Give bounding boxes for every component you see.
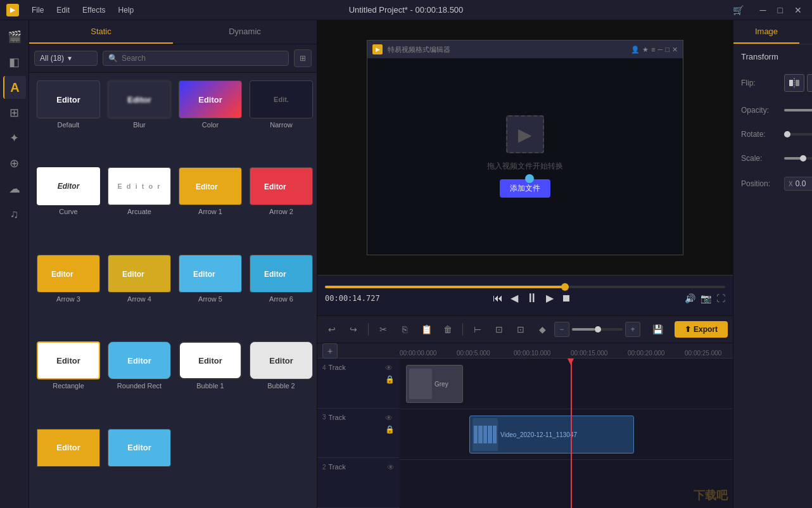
preset-arrow3[interactable]: Editor Arrow 3 <box>34 252 103 336</box>
close-button[interactable]: ✕ <box>790 4 806 16</box>
flip-h-button[interactable] <box>784 74 804 92</box>
iconbar-audio[interactable]: ♫ <box>3 203 26 225</box>
preset-curve[interactable]: Editor Curve <box>34 165 103 249</box>
copy-button[interactable]: ⎘ <box>395 320 414 339</box>
flip-v-button[interactable] <box>807 74 812 92</box>
stop-button[interactable]: ⏹ <box>561 293 571 304</box>
toolbar-sep-1 <box>368 323 369 336</box>
preset-arrow5[interactable]: Editor Arrow 5 <box>176 252 244 336</box>
preview-close-btn[interactable]: ✕ <box>672 46 678 54</box>
track-lock-icon-4[interactable]: 🔒 <box>385 375 395 384</box>
track-labels-col: 4 Track 👁 🔒 <box>317 359 400 508</box>
add-track-button[interactable]: + <box>322 343 338 359</box>
preset-rectangle[interactable]: Editor Rectangle <box>34 339 103 423</box>
preset-arrow6[interactable]: Editor Arrow 6 <box>247 252 315 336</box>
preset-more1[interactable]: Editor <box>34 426 103 503</box>
preset-thumb-blur: Editor <box>108 80 171 118</box>
clip-grey[interactable]: Grey <box>406 365 463 403</box>
preset-blur[interactable]: Editor Blur <box>105 78 174 162</box>
tab-color[interactable]: Color <box>799 20 812 44</box>
save-button[interactable]: 💾 <box>648 320 667 339</box>
track-name-3: Track <box>329 414 346 421</box>
export-button[interactable]: ⬆ Export <box>675 321 728 338</box>
prev-frame-button[interactable]: ◀ <box>511 292 518 304</box>
preview-min-btn[interactable]: ─ <box>658 46 663 54</box>
tab-dynamic[interactable]: Dynamic <box>173 20 317 44</box>
track-lock-icon-3[interactable]: 🔒 <box>385 425 395 434</box>
preview-area: ▶ 特易视频格式编辑器 👤 ★ ≡ ─ □ ✕ <box>317 20 733 275</box>
timeline-ruler[interactable]: 00:00:00.000 00:00:5.000 00:00:10.000 00… <box>400 343 733 358</box>
cart-icon[interactable]: 🛒 <box>729 4 747 16</box>
preset-arrow2[interactable]: Editor Arrow 2 <box>247 165 315 249</box>
iconbar-effects[interactable]: ✦ <box>3 127 26 149</box>
minimize-button[interactable]: ─ <box>756 4 770 16</box>
redo-button[interactable]: ↪ <box>344 320 363 339</box>
preset-bubble1[interactable]: Editor Bubble 1 <box>176 339 244 423</box>
pos-x-input[interactable]: X 0.0 <box>784 177 812 191</box>
menu-help[interactable]: Help <box>116 4 137 16</box>
progress-bar[interactable] <box>325 286 725 288</box>
pause-button[interactable]: ⏸ <box>526 291 538 305</box>
skip-back-button[interactable]: ⏮ <box>493 293 503 304</box>
play-controls: ⏮ ◀ ⏸ ▶ ⏹ <box>493 291 571 305</box>
preview-max-btn[interactable]: □ <box>665 46 669 54</box>
tab-static[interactable]: Static <box>29 20 173 44</box>
iconbar-text[interactable]: A <box>3 76 26 99</box>
track-eye-icon-2[interactable]: 👁 <box>387 463 395 472</box>
iconbar-media[interactable]: 🎬 <box>3 25 26 48</box>
progress-row <box>317 286 733 291</box>
scale-slider[interactable] <box>784 157 812 160</box>
preset-rounded-rect[interactable]: Editor Rounded Rect <box>105 339 174 423</box>
next-frame-button[interactable]: ▶ <box>546 292 554 304</box>
clip-video[interactable]: Video_2020-12-11_113047 <box>469 416 634 454</box>
preset-thumb-arrow4: Editor <box>108 255 171 293</box>
menu-edit[interactable]: Edit <box>54 4 72 16</box>
tab-image[interactable]: Image <box>733 20 799 44</box>
category-dropdown[interactable]: All (18) ▾ <box>34 51 98 66</box>
preset-bubble2[interactable]: Editor Bubble 2 <box>247 339 315 423</box>
opacity-slider[interactable] <box>784 109 812 111</box>
add-file-button[interactable]: 添加文件 <box>500 179 550 198</box>
preset-color[interactable]: Editor Color <box>176 78 244 162</box>
maximize-button[interactable]: □ <box>774 4 787 16</box>
menu-file[interactable]: File <box>29 4 46 16</box>
preset-label-arcuate: Arcuate <box>127 208 151 215</box>
paste-button[interactable]: 📋 <box>417 320 436 339</box>
more-button[interactable]: ⊡ <box>511 320 530 339</box>
menu-bar: File Edit Effects Help <box>29 4 136 16</box>
preset-label-arrow3: Arrow 3 <box>56 295 80 303</box>
rotate-slider[interactable] <box>784 133 812 136</box>
preset-more2[interactable]: Editor <box>105 426 174 503</box>
fullscreen-icon[interactable]: ⛶ <box>716 293 725 303</box>
menu-effects[interactable]: Effects <box>80 4 108 16</box>
iconbar-layers[interactable]: ◧ <box>3 51 26 73</box>
preset-arrow1[interactable]: Editor Arrow 1 <box>176 165 244 249</box>
track-eye-icon-3[interactable]: 👁 <box>385 414 395 422</box>
track-name-4: Track <box>329 364 346 371</box>
preset-narrow[interactable]: Edit. Narrow <box>247 78 315 162</box>
preset-default[interactable]: Editor Default <box>34 78 103 162</box>
split-button[interactable]: ⊢ <box>468 320 487 339</box>
cut-button[interactable]: ✂ <box>374 320 393 339</box>
volume-icon[interactable]: 🔊 <box>685 293 695 303</box>
rotate-row: Rotate: 0° <box>741 129 812 140</box>
zoom-plus-button[interactable]: + <box>625 322 640 337</box>
grid-toggle-button[interactable]: ⊞ <box>294 49 312 67</box>
iconbar-transitions[interactable]: ⊞ <box>3 101 26 124</box>
delete-button[interactable]: 🗑 <box>438 320 457 339</box>
undo-button[interactable]: ↩ <box>322 320 341 339</box>
preset-label-default: Default <box>58 121 80 129</box>
crop-button[interactable]: ⊡ <box>490 320 509 339</box>
zoom-slider[interactable] <box>572 328 623 331</box>
zoom-minus-button[interactable]: − <box>554 322 569 337</box>
screenshot-icon[interactable]: 📷 <box>701 293 711 303</box>
track-eye-icon-4[interactable]: 👁 <box>385 364 395 372</box>
preset-arrow4[interactable]: Editor Arrow 4 <box>105 252 174 336</box>
iconbar-filters[interactable]: ⊕ <box>3 152 26 175</box>
preset-thumb-arcuate: E d i t o r <box>108 167 171 205</box>
keyframe-button[interactable]: ◆ <box>533 320 552 339</box>
search-input[interactable] <box>122 54 283 63</box>
arrow1-svg: Editor <box>182 170 239 202</box>
iconbar-stickers[interactable]: ☁ <box>3 177 26 200</box>
preset-arcuate[interactable]: E d i t o r Arcuate <box>105 165 174 249</box>
